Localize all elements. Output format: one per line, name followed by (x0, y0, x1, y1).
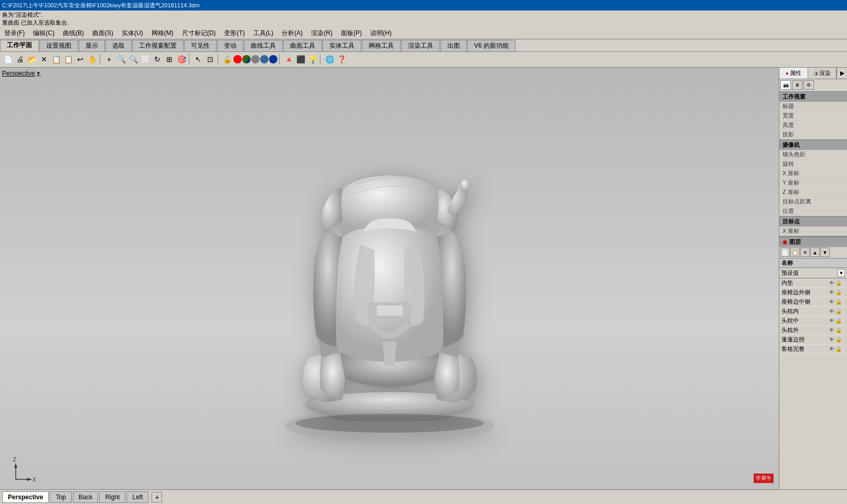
layer-row-2[interactable]: 座椅边中侧👁🔒 (779, 297, 847, 307)
menu-item-S[interactable]: 曲面(S) (88, 28, 117, 39)
zoom-ext-btn[interactable]: + (103, 53, 115, 65)
toolbar-tab-0[interactable]: 工作平面 (0, 40, 39, 51)
toolbar-tab-6[interactable]: 变动 (217, 40, 243, 51)
menu-item-R[interactable]: 渲染(R) (307, 28, 337, 39)
zoom-in-btn[interactable]: 🔍 (115, 53, 127, 65)
menu-item-B[interactable]: 曲线(B) (59, 28, 88, 39)
layer-row-3[interactable]: 头枕内👁🔒 (779, 307, 847, 316)
menu-item-D[interactable]: 尺寸标记(D) (178, 28, 220, 39)
toolbar-tab-8[interactable]: 曲面工具 (283, 40, 322, 51)
layer-eye-2[interactable]: 👁 (829, 299, 834, 305)
menu-item-A[interactable]: 分析(A) (277, 28, 307, 39)
color1-btn[interactable] (233, 55, 242, 63)
layer-btn[interactable]: 🌐 (324, 53, 335, 65)
color2-btn[interactable] (242, 55, 251, 63)
pan-btn[interactable]: ✋ (87, 53, 98, 65)
display-props-btn[interactable]: 🖥 (792, 80, 802, 90)
toolbar-tab-5[interactable]: 可见性 (184, 40, 217, 51)
layer-row-5[interactable]: 头枕外👁🔒 (779, 326, 847, 335)
sel-btn[interactable]: ↖ (192, 53, 204, 65)
paste-btn[interactable]: 📋 (62, 53, 74, 65)
viewport-tab-top[interactable]: Top (50, 491, 71, 503)
layer-lock-2[interactable]: 🔒 (835, 299, 842, 305)
layer-down-btn[interactable]: ▼ (820, 248, 830, 257)
toolbar-tab-4[interactable]: 工作视窗配置 (132, 40, 184, 51)
viewport-tab-right[interactable]: Right (99, 491, 125, 503)
toolbar-tab-1[interactable]: 设置视图 (39, 40, 78, 51)
layer-row-1[interactable]: 座椅边外侧👁🔒 (779, 288, 847, 297)
print-btn[interactable]: 🖨 (14, 53, 26, 65)
layer-new-btn[interactable]: 📄 (780, 248, 790, 257)
viewport-dropdown-icon[interactable]: ▼ (36, 71, 41, 76)
viewport-add-btn[interactable]: + (152, 492, 162, 502)
layer-lock-6[interactable]: 🔒 (835, 337, 842, 342)
properties-tab[interactable]: ● 属性 (779, 68, 808, 79)
toolbar-tab-7[interactable]: 曲线工具 (244, 40, 283, 51)
render-btn[interactable]: ⬛ (295, 53, 306, 65)
color5-btn[interactable] (269, 55, 277, 63)
toolbar-tab-10[interactable]: 网格工具 (362, 40, 401, 51)
preset-dropdown[interactable]: ▼ (838, 269, 845, 277)
viewport-tab-perspective[interactable]: Perspective (2, 491, 49, 503)
menu-item-M[interactable]: 网格(M) (147, 28, 178, 39)
layer-delete-btn[interactable]: ✕ (800, 248, 810, 257)
viewport-tab-left[interactable]: Left (126, 491, 148, 503)
undo-btn[interactable]: ↩ (74, 53, 86, 65)
zoom-out-btn[interactable]: 🔍 (127, 53, 139, 65)
grid-btn[interactable]: ⊞ (164, 53, 175, 65)
layer-row-7[interactable]: 客格完整👁🔒 (779, 345, 847, 354)
lock-btn[interactable]: 🔒 (221, 53, 233, 65)
layer-row-4[interactable]: 头枕中👁🔒 (779, 316, 847, 326)
layer-eye-3[interactable]: 👁 (829, 308, 834, 314)
layer-eye-4[interactable]: 👁 (829, 318, 834, 324)
viewport-label[interactable]: Perspective ▼ (2, 70, 41, 77)
menu-item-L[interactable]: 工具(L) (249, 28, 278, 39)
snap-btn[interactable]: 🎯 (176, 53, 187, 65)
close-x-btn[interactable]: ✕ (38, 53, 50, 65)
layer-lock-4[interactable]: 🔒 (835, 318, 842, 324)
viewport-tab-back[interactable]: Back (73, 491, 99, 503)
layer-eye-5[interactable]: 👁 (829, 327, 834, 333)
layer-eye-7[interactable]: 👁 (829, 346, 834, 352)
new-btn[interactable]: 📄 (2, 53, 14, 65)
toolbar-tab-11[interactable]: 渲染工具 (401, 40, 440, 51)
menu-item-T[interactable]: 变形(T) (220, 28, 249, 39)
toolbar-tab-12[interactable]: 出图 (441, 40, 467, 51)
menu-item-P[interactable]: 面板(P) (337, 28, 366, 39)
layer-eye-6[interactable]: 👁 (829, 337, 834, 342)
toolbar-tab-13[interactable]: V6 的新功能 (467, 40, 516, 51)
toolbar-tab-2[interactable]: 显示 (79, 40, 105, 51)
menu-item-U[interactable]: 实体(U) (117, 28, 147, 39)
camera-props-btn[interactable]: 📷 (780, 80, 791, 90)
viewport[interactable]: Perspective ▼ (0, 68, 779, 501)
layer-lock-5[interactable]: 🔒 (835, 327, 842, 333)
layer-up-btn[interactable]: ▲ (810, 248, 820, 257)
panel-expand-btn[interactable]: ▶ (837, 68, 847, 79)
rotate-btn[interactable]: ↻ (152, 53, 163, 65)
help-btn[interactable]: ❓ (336, 53, 347, 65)
mat-btn[interactable]: 🔺 (283, 53, 294, 65)
layer-eye-1[interactable]: 👁 (829, 289, 834, 295)
layer-copy-btn[interactable]: 📋 (790, 248, 800, 257)
zoom-win-btn[interactable]: ⬜ (140, 53, 151, 65)
render-tab[interactable]: ◑ 渲染 (808, 68, 837, 79)
menu-item-C[interactable]: 编辑(C) (29, 28, 59, 39)
layer-eye-0[interactable]: 👁 (829, 280, 834, 286)
menu-item-H[interactable]: 说明(H) (366, 28, 396, 39)
toolbar-tab-3[interactable]: 选取 (105, 40, 132, 51)
layer-row-0[interactable]: 内垫👁🔒 (779, 278, 847, 288)
layer-lock-3[interactable]: 🔒 (835, 308, 842, 314)
extra-props-btn[interactable]: ⚙ (803, 80, 814, 90)
open-btn[interactable]: 📂 (26, 53, 38, 65)
light-btn[interactable]: 💡 (307, 53, 318, 65)
color4-btn[interactable] (260, 55, 269, 63)
layer-lock-7[interactable]: 🔒 (835, 346, 842, 352)
layer-row-6[interactable]: 蓬蓬边拐👁🔒 (779, 335, 847, 345)
menu-item-F[interactable]: 登录(F) (0, 28, 29, 39)
layer-lock-1[interactable]: 🔒 (835, 289, 842, 295)
toolbar-tab-9[interactable]: 实体工具 (323, 40, 361, 51)
copy-btn[interactable]: 📋 (50, 53, 62, 65)
sel2-btn[interactable]: ⊡ (205, 53, 216, 65)
layer-lock-0[interactable]: 🔒 (835, 280, 842, 286)
color3-btn[interactable] (251, 55, 260, 63)
